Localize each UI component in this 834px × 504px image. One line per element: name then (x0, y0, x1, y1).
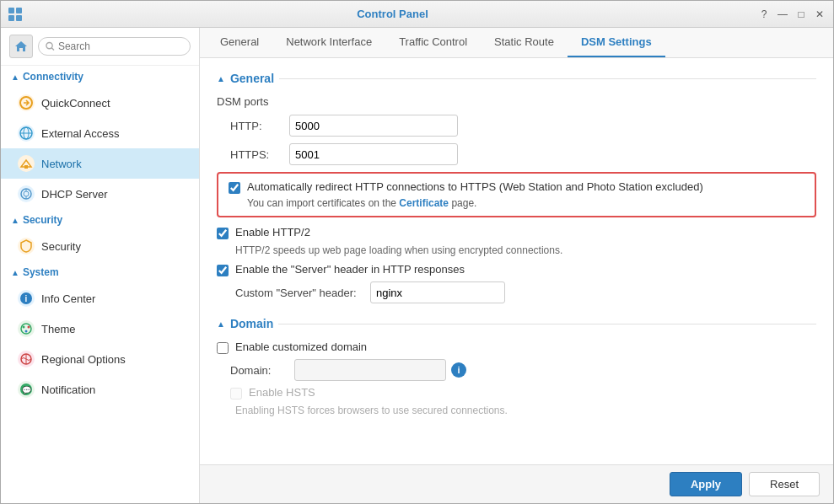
sidebar-label-notification: Notification (41, 383, 95, 396)
section-label-security: Security (23, 214, 62, 226)
section-header-system[interactable]: ▲ System (1, 261, 199, 283)
search-input[interactable] (58, 40, 183, 52)
regional-options-icon (18, 351, 35, 367)
server-header-checkbox-row: Enable the "Server" header in HTTP respo… (217, 263, 816, 276)
https-input[interactable] (289, 143, 458, 165)
section-label-connectivity: Connectivity (23, 71, 83, 83)
server-header-label: Enable the "Server" header in HTTP respo… (235, 263, 465, 276)
domain-section-title: Domain (230, 317, 273, 330)
general-section-header: ▲ General (217, 72, 816, 85)
home-button[interactable] (9, 35, 33, 58)
apply-button[interactable]: Apply (670, 472, 742, 496)
domain-section-header: ▲ Domain (217, 317, 816, 330)
sidebar-label-network: Network (41, 158, 82, 170)
custom-header-row: Custom "Server" header: (217, 281, 816, 303)
dhcp-icon (18, 185, 35, 202)
domain-chevron-icon: ▲ (217, 319, 225, 329)
reset-button[interactable]: Reset (749, 472, 820, 496)
sidebar-item-notification[interactable]: 💬 Notification (1, 374, 199, 405)
app-icon (8, 7, 23, 22)
custom-header-input[interactable] (370, 281, 505, 303)
svg-rect-2 (8, 15, 14, 21)
svg-rect-1 (16, 8, 22, 13)
domain-input-row: Domain: i (217, 359, 816, 381)
external-access-icon (18, 125, 35, 142)
enable-domain-label: Enable customized domain (235, 340, 367, 353)
sidebar-label-security: Security (41, 240, 81, 253)
cert-suffix: page. (451, 197, 476, 209)
chevron-system-icon: ▲ (11, 268, 19, 277)
footer: Apply Reset (200, 464, 833, 503)
tab-bar: General Network Interface Traffic Contro… (200, 28, 833, 58)
cert-text: You can import certificates on the Certi… (229, 197, 804, 209)
section-header-security[interactable]: ▲ Security (1, 209, 199, 231)
minimize-button[interactable]: — (776, 8, 789, 21)
sidebar-item-dhcp-server[interactable]: DHCP Server (1, 179, 199, 209)
tab-dsm-settings[interactable]: DSM Settings (568, 28, 665, 57)
maximize-button[interactable]: □ (794, 8, 808, 21)
general-divider (279, 78, 816, 79)
svg-point-18 (23, 326, 25, 329)
enable-hsts-label: Enable HSTS (249, 386, 315, 399)
help-button[interactable]: ? (757, 8, 771, 21)
http-label: HTTP: (230, 120, 289, 132)
sidebar-item-info-center[interactable]: i Info Center (1, 283, 199, 314)
svg-point-19 (28, 326, 30, 329)
dsm-ports-label: DSM ports (217, 95, 816, 108)
enable-domain-row: Enable customized domain (217, 340, 816, 354)
window-controls: ? — □ ✕ (757, 8, 826, 21)
redirect-checkbox[interactable] (229, 182, 240, 194)
svg-point-12 (24, 191, 29, 196)
domain-label: Domain: (230, 364, 289, 377)
svg-line-5 (51, 48, 54, 51)
sidebar: ▲ Connectivity QuickConnect External Acc… (1, 28, 200, 503)
enable-hsts-desc: Enabling HSTS forces browsers to use sec… (217, 405, 816, 416)
title-bar: Control Panel ? — □ ✕ (1, 1, 833, 28)
quickconnect-icon (18, 94, 35, 111)
enable-domain-checkbox[interactable] (217, 342, 229, 354)
section-header-connectivity[interactable]: ▲ Connectivity (1, 66, 199, 88)
enable-hsts-checkbox (230, 388, 242, 399)
certificate-link[interactable]: Certificate (399, 197, 449, 209)
sidebar-item-quickconnect[interactable]: QuickConnect (1, 88, 199, 118)
content-area: General Network Interface Traffic Contro… (200, 28, 833, 503)
network-icon (18, 155, 35, 172)
sidebar-label-quickconnect: QuickConnect (41, 97, 110, 110)
svg-rect-3 (16, 15, 22, 21)
domain-info-icon[interactable]: i (451, 362, 466, 378)
sidebar-item-network[interactable]: Network (1, 148, 199, 179)
general-section-title: General (230, 72, 274, 85)
http2-label: Enable HTTP/2 (235, 226, 310, 239)
redirect-highlight-box: Automatically redirect HTTP connections … (217, 172, 816, 217)
tab-general[interactable]: General (207, 28, 272, 57)
window: Control Panel ? — □ ✕ (0, 0, 834, 504)
tab-traffic-control[interactable]: Traffic Control (385, 28, 481, 57)
http-input[interactable] (289, 115, 458, 137)
custom-header-label: Custom "Server" header: (235, 287, 370, 299)
svg-point-20 (25, 330, 28, 333)
info-center-icon: i (18, 290, 35, 307)
domain-divider (278, 324, 816, 324)
close-button[interactable]: ✕ (813, 8, 826, 21)
sidebar-item-theme[interactable]: Theme (1, 314, 199, 344)
sidebar-label-external-access: External Access (41, 127, 120, 140)
svg-point-4 (46, 42, 52, 48)
http2-checkbox[interactable] (217, 228, 229, 239)
main-layout: ▲ Connectivity QuickConnect External Acc… (1, 28, 833, 503)
sidebar-item-external-access[interactable]: External Access (1, 118, 199, 148)
sidebar-item-regional-options[interactable]: Regional Options (1, 344, 199, 374)
svg-text:💬: 💬 (22, 385, 32, 395)
tab-static-route[interactable]: Static Route (481, 28, 568, 57)
tab-network-interface[interactable]: Network Interface (272, 28, 385, 57)
enable-hsts-row: Enable HSTS (217, 386, 816, 399)
sidebar-header (1, 28, 199, 66)
https-label: HTTPS: (230, 148, 289, 161)
sidebar-item-security[interactable]: Security (1, 231, 199, 261)
server-header-checkbox[interactable] (217, 265, 229, 276)
domain-input (294, 359, 446, 381)
redirect-label: Automatically redirect HTTP connections … (247, 180, 703, 193)
http-row: HTTP: (217, 115, 816, 137)
svg-rect-0 (8, 8, 14, 13)
search-icon (46, 41, 55, 51)
search-box[interactable] (38, 37, 191, 56)
